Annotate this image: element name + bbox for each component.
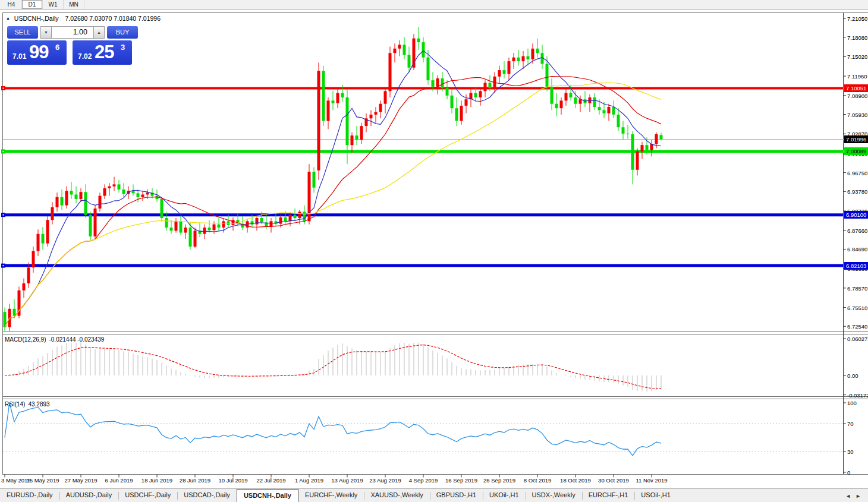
ma-line-50 bbox=[5, 83, 661, 327]
price-axis-tick: 7.21050 bbox=[847, 15, 867, 23]
one-click-trading-panel: SELL ▼ 1.00 ▲ BUY 7.01 99 6 7.02 25 3 bbox=[7, 26, 138, 65]
rsi-indicator-label: RSI(14)43.2893 bbox=[5, 401, 53, 408]
date-axis-tick: 18 Oct 2019 bbox=[560, 477, 591, 484]
date-axis-tick: 11 Nov 2019 bbox=[636, 477, 667, 484]
date-axis-tick: 22 Jul 2019 bbox=[256, 477, 285, 484]
price-axis-tick: 6.78570 bbox=[847, 285, 867, 292]
volume-increase-button[interactable]: ▲ bbox=[93, 26, 105, 39]
date-axis-tick: 16 Sep 2019 bbox=[445, 477, 477, 484]
tab-audusd-daily[interactable]: AUDUSD-,Daily bbox=[59, 489, 119, 502]
ma-line-20 bbox=[5, 77, 661, 327]
buy-price-prefix: 7.02 bbox=[78, 52, 92, 61]
macd-axis bbox=[844, 339, 847, 395]
buy-button[interactable]: BUY bbox=[107, 26, 138, 39]
tab-usdcad-daily[interactable]: USDCAD-,Daily bbox=[177, 489, 237, 502]
price-axis-tick: 7.08900 bbox=[847, 92, 867, 100]
tab-ukoil-h1[interactable]: UKOil-,H1 bbox=[483, 489, 526, 502]
tab-gbpusd-h1[interactable]: GBPUSD-,H1 bbox=[430, 489, 483, 502]
macd-indicator-label: MACD(12,26,9)-0.021444 -0.023439 bbox=[5, 336, 107, 343]
tab-eurusd-daily[interactable]: EURUSD-,Daily bbox=[0, 489, 59, 502]
tab-scroll-controls: ◄► bbox=[841, 489, 868, 502]
date-axis-tick: 8 Oct 2019 bbox=[524, 477, 551, 484]
rsi-levels bbox=[3, 424, 844, 452]
candlesticks-layer bbox=[4, 27, 663, 331]
sell-button[interactable]: SELL bbox=[7, 26, 38, 39]
macd-axis-tick: -0.03172 bbox=[847, 392, 868, 399]
date-axis-tick: 13 Aug 2019 bbox=[331, 477, 363, 484]
volume-input[interactable]: 1.00 bbox=[52, 26, 93, 39]
rsi-name: RSI(14) bbox=[5, 401, 25, 408]
mt4-window: H4D1W1MN ▲ USDCNH-,Daily 7.02680 7.03070… bbox=[0, 0, 868, 502]
chart-symbol-label: USDCNH-,Daily bbox=[14, 15, 59, 22]
price-axis-tick: 7.15020 bbox=[847, 53, 867, 61]
tab-usdcnh-daily[interactable]: USDCNH-,Daily bbox=[237, 489, 298, 502]
price-axis-tick: 7.05930 bbox=[847, 111, 867, 119]
timeframe-toolbar: H4D1W1MN bbox=[0, 0, 868, 10]
price-axis-tick: 6.87660 bbox=[847, 227, 867, 235]
symbol-tab-bar: EURUSD-,DailyAUDUSD-,DailyUSDCHF-,DailyU… bbox=[0, 488, 868, 502]
rsi-line bbox=[5, 403, 661, 456]
rsi-axis-tick: 70 bbox=[847, 420, 854, 428]
level-price-label: 6.82103 bbox=[844, 262, 868, 270]
price-axis-tick: 6.84690 bbox=[847, 245, 867, 253]
tab-eurchf-weekly[interactable]: EURCHF-,Weekly bbox=[298, 489, 364, 502]
price-axis-tick: 7.11960 bbox=[847, 72, 867, 80]
chart-canvas[interactable] bbox=[0, 0, 868, 502]
sell-price-display[interactable]: 7.01 99 6 bbox=[7, 40, 67, 65]
timeframe-button-d1[interactable]: D1 bbox=[22, 0, 43, 9]
macd-histogram bbox=[5, 343, 661, 392]
pane-borders bbox=[2, 13, 868, 475]
price-axis-tick: 7.18080 bbox=[847, 34, 867, 42]
tab-eurchf-h1[interactable]: EURCHF-,H1 bbox=[582, 489, 635, 502]
timeframe-button-w1[interactable]: W1 bbox=[43, 0, 64, 9]
tabs-scroll-left-icon[interactable]: ◄ bbox=[845, 493, 851, 499]
price-axis-tick: 6.96750 bbox=[847, 169, 867, 177]
macd-axis-tick: 0.00 bbox=[847, 372, 858, 380]
level-price-label: 6.90100 bbox=[844, 211, 868, 219]
date-axis-tick: 27 May 2019 bbox=[65, 477, 98, 484]
date-axis-tick: 1 Aug 2019 bbox=[295, 477, 323, 484]
price-axis-tick: 6.72540 bbox=[847, 323, 867, 330]
sell-price-big: 99 bbox=[29, 42, 48, 63]
timeframe-button-h4[interactable]: H4 bbox=[1, 0, 22, 9]
buy-price-display[interactable]: 7.02 25 3 bbox=[73, 40, 132, 65]
date-axis-tick: 28 Jun 2019 bbox=[180, 477, 210, 484]
price-axis bbox=[844, 18, 847, 326]
sell-price-pip: 6 bbox=[55, 43, 59, 52]
date-axis-tick: 10 Jul 2019 bbox=[218, 477, 247, 484]
tab-usdx-weekly[interactable]: USDX-,Weekly bbox=[526, 489, 582, 502]
rsi-value: 43.2893 bbox=[28, 401, 49, 408]
chart-ohlc-values: 7.02680 7.03070 7.01840 7.01996 bbox=[65, 15, 161, 22]
date-axis bbox=[5, 475, 652, 478]
one-click-panel-toggle-icon[interactable]: ▲ bbox=[6, 16, 10, 20]
volume-decrease-button[interactable]: ▼ bbox=[40, 26, 52, 39]
macd-axis-tick: 0.060273 bbox=[847, 335, 868, 343]
sell-price-prefix: 7.01 bbox=[12, 52, 26, 61]
rsi-axis-tick: 100 bbox=[847, 399, 857, 407]
date-axis-tick: 4 Sep 2019 bbox=[409, 477, 438, 484]
tab-xauusd-weekly[interactable]: XAUUSD-,Weekly bbox=[364, 489, 429, 502]
buy-price-big: 25 bbox=[95, 42, 114, 63]
date-axis-tick: 18 Jun 2019 bbox=[141, 477, 172, 484]
tabs-scroll-right-icon[interactable]: ► bbox=[856, 493, 861, 499]
tab-usdchf-daily[interactable]: USDCHF-,Daily bbox=[118, 489, 177, 502]
price-axis-tick: 6.75510 bbox=[847, 304, 867, 312]
timeframe-button-mn[interactable]: MN bbox=[64, 0, 84, 9]
date-axis-tick: 30 Oct 2019 bbox=[598, 477, 629, 484]
date-axis-tick: 23 Aug 2019 bbox=[369, 477, 401, 484]
date-axis-tick: 26 Sep 2019 bbox=[483, 477, 515, 484]
level-lines bbox=[1, 86, 844, 268]
date-axis-tick: 15 May 2019 bbox=[27, 477, 59, 484]
rsi-axis-tick: 30 bbox=[847, 448, 854, 456]
buy-price-pip: 3 bbox=[121, 43, 125, 52]
date-axis-tick: 6 Jun 2019 bbox=[105, 477, 133, 484]
price-axis-tick: 6.93780 bbox=[847, 188, 867, 195]
tab-usoil-h1[interactable]: USOil-,H1 bbox=[634, 489, 677, 502]
rsi-axis-tick: 0 bbox=[847, 469, 850, 476]
level-price-label: 7.00089 bbox=[844, 147, 868, 155]
macd-values: -0.021444 -0.023439 bbox=[49, 336, 104, 343]
current-price-label: 7.01996 bbox=[844, 135, 868, 143]
macd-name: MACD(12,26,9) bbox=[5, 336, 46, 343]
rsi-axis bbox=[844, 403, 847, 472]
chart-title: ▲ USDCNH-,Daily 7.02680 7.03070 7.01840 … bbox=[6, 15, 161, 22]
